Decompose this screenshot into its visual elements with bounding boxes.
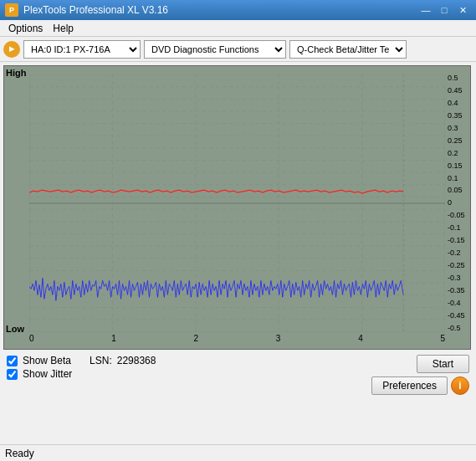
info-button[interactable]: i (451, 376, 469, 395)
show-jitter-row: Show Jitter (7, 368, 156, 380)
lsn-label: LSN: (90, 355, 112, 366)
y-axis-right: 0.5 0.45 0.4 0.35 0.3 0.25 0.2 0.15 0.1 … (445, 74, 470, 332)
function-select[interactable]: DVD Diagnostic Functions (144, 40, 286, 59)
menu-help[interactable]: Help (48, 22, 79, 35)
menu-bar: Options Help (0, 20, 476, 37)
status-bar: Ready (0, 444, 476, 461)
app-icon: P (5, 3, 18, 17)
main-area: High Low 0.5 0.45 0.4 0.35 0.3 0.25 0.2 … (0, 62, 476, 400)
show-beta-checkbox[interactable] (7, 356, 18, 366)
window-controls[interactable]: — □ ✕ (417, 3, 471, 17)
app-title: PlexTools Professional XL V3.16 (23, 4, 168, 16)
chart-svg (29, 74, 445, 332)
toolbar: ▶ HA:0 ID:1 PX-716A DVD Diagnostic Funct… (0, 37, 476, 62)
status-text: Ready (5, 448, 34, 459)
x-tick-1: 1 (111, 334, 116, 343)
chart-inner (29, 74, 445, 332)
x-tick-5: 5 (440, 334, 445, 343)
show-jitter-label: Show Jitter (23, 368, 72, 380)
show-beta-row: Show Beta LSN: 2298368 (7, 355, 156, 366)
drive-icon: ▶ (3, 41, 20, 58)
start-button[interactable]: Start (417, 355, 469, 373)
x-tick-3: 3 (276, 334, 281, 343)
y-label-high: High (6, 68, 26, 78)
show-beta-label: Show Beta (23, 355, 71, 366)
x-tick-2: 2 (194, 334, 199, 343)
chart-container: High Low 0.5 0.45 0.4 0.35 0.3 0.25 0.2 … (3, 65, 471, 350)
title-bar: P PlexTools Professional XL V3.16 — □ ✕ (0, 0, 476, 20)
drive-select[interactable]: HA:0 ID:1 PX-716A (23, 40, 141, 59)
show-jitter-checkbox[interactable] (7, 369, 18, 380)
maximize-button[interactable]: □ (436, 3, 453, 17)
test-select[interactable]: Q-Check Beta/Jitter Test (289, 40, 407, 59)
minimize-button[interactable]: — (417, 3, 434, 17)
menu-options[interactable]: Options (3, 22, 48, 35)
title-bar-left: P PlexTools Professional XL V3.16 (5, 3, 168, 17)
x-tick-4: 4 (358, 334, 363, 343)
y-label-low: Low (6, 324, 24, 334)
lsn-value: 2298368 (117, 355, 156, 366)
preferences-button[interactable]: Preferences (371, 376, 448, 395)
close-button[interactable]: ✕ (454, 3, 471, 17)
x-tick-0: 0 (29, 334, 34, 343)
x-axis: 0 1 2 3 4 5 (29, 332, 445, 349)
